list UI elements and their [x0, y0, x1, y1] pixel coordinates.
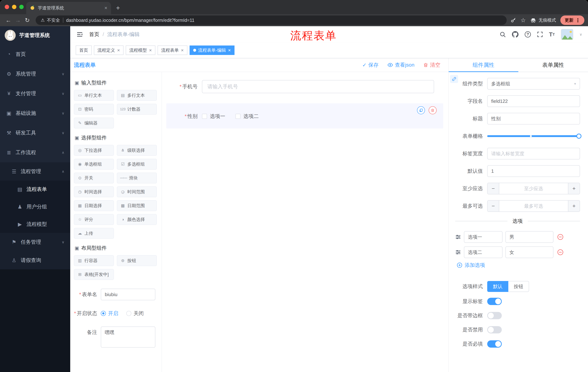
close-icon[interactable]: ×: [117, 48, 120, 53]
palette-item-switch[interactable]: ⊙开关: [74, 172, 114, 183]
close-icon[interactable]: ×: [181, 48, 184, 53]
tab-component-props[interactable]: 组件属性: [449, 58, 518, 72]
save-button[interactable]: ✓ 保存: [362, 62, 378, 68]
form-name-input[interactable]: [101, 289, 155, 300]
style-default-button[interactable]: 默认: [487, 281, 508, 292]
palette-item-password[interactable]: ⊡密码: [74, 104, 114, 115]
palette-item-counter[interactable]: 123计数器: [117, 104, 157, 115]
sidebar-item-payment[interactable]: ¥ 支付管理 ∨: [0, 84, 70, 103]
palette-item-radio-group[interactable]: ◉单选框组: [74, 159, 114, 170]
clear-button[interactable]: 清空: [423, 62, 440, 68]
min-select-input[interactable]: [499, 183, 568, 194]
browser-tab[interactable]: 芋道管理系统 ×: [26, 2, 111, 14]
sidebar-logo[interactable]: 芋道管理系统: [0, 26, 70, 44]
sidebar-item-workflow[interactable]: ≣ 工作流程 ∧: [0, 143, 70, 162]
slider-handle[interactable]: [576, 134, 581, 139]
palette-item-button[interactable]: ⊚按钮: [117, 255, 157, 266]
sidebar-item-system[interactable]: ⚙ 系统管理 ∨: [0, 64, 70, 84]
decrease-button[interactable]: −: [488, 183, 499, 194]
option-value-input[interactable]: [505, 246, 553, 258]
tag-process-definition[interactable]: 流程定义 ×: [94, 45, 124, 55]
phone-field[interactable]: *手机号: [166, 79, 443, 94]
forward-button[interactable]: →: [13, 15, 22, 25]
option-label-input[interactable]: [464, 231, 503, 243]
palette-item-date-range[interactable]: ▩日期范围: [117, 200, 157, 211]
phone-input[interactable]: [202, 80, 434, 93]
palette-item-cascader[interactable]: ⋔级联选择: [117, 145, 157, 156]
sidebar-item-infrastructure[interactable]: ▣ 基础设施 ∨: [0, 103, 70, 123]
palette-item-date-picker[interactable]: ▦日期选择: [74, 200, 114, 211]
status-radio-open[interactable]: 开启: [101, 310, 118, 317]
sidebar-item-home[interactable]: ◔ 首页: [0, 44, 70, 64]
close-icon[interactable]: ×: [149, 48, 152, 53]
drag-handle-icon[interactable]: [455, 234, 461, 240]
minimize-window-button[interactable]: [12, 5, 16, 9]
palette-item-rate[interactable]: ☆评分: [74, 214, 114, 225]
palette-item-editor[interactable]: ✎编辑器: [74, 117, 114, 128]
form-canvas[interactable]: *手机号 *性别: [162, 72, 448, 372]
option-label-input[interactable]: [464, 246, 503, 258]
sidebar-item-process-management[interactable]: ☰ 流程管理 ∧: [0, 162, 70, 181]
palette-item-single-line-text[interactable]: ▭单行文本: [74, 90, 114, 101]
option-two-checkbox[interactable]: 选项二: [235, 113, 259, 120]
view-json-button[interactable]: 查看json: [387, 62, 414, 68]
update-button[interactable]: 更新 ⋮: [560, 15, 584, 25]
style-button-button[interactable]: 按钮: [508, 281, 529, 292]
github-icon[interactable]: [512, 31, 518, 38]
close-window-button[interactable]: [5, 5, 9, 9]
palette-item-table[interactable]: ⊞表格[开发中]: [74, 269, 114, 280]
sidebar-item-task-management[interactable]: ⚑ 任务管理 ∨: [0, 233, 70, 251]
max-select-input[interactable]: [499, 201, 568, 212]
palette-item-upload[interactable]: ☁上传: [74, 228, 114, 239]
palette-item-color-picker[interactable]: ◑颜色选择: [117, 214, 157, 225]
decrease-button[interactable]: −: [488, 201, 499, 212]
show-label-toggle[interactable]: [487, 298, 502, 305]
remark-textarea[interactable]: 嘿嘿: [101, 327, 155, 348]
slider-track[interactable]: [487, 135, 580, 137]
field-name-input[interactable]: [487, 95, 580, 107]
default-value-input[interactable]: [487, 165, 580, 177]
palette-item-row-container[interactable]: ▥行容器: [74, 255, 114, 266]
tab-close-icon[interactable]: ×: [105, 5, 107, 11]
avatar-caret-icon[interactable]: ∨: [579, 32, 582, 37]
gender-field-selected[interactable]: *性别 选项一 选项二: [166, 103, 443, 128]
increase-button[interactable]: +: [568, 183, 580, 194]
sidebar-item-leave-query[interactable]: ♙ 请假查询: [0, 251, 70, 269]
sidebar-toggle[interactable]: [76, 31, 83, 38]
back-button[interactable]: ←: [4, 15, 13, 25]
status-radio-closed[interactable]: 关闭: [126, 310, 144, 317]
palette-item-time-picker[interactable]: ◷时间选择: [74, 186, 114, 197]
palette-item-slider[interactable]: ─◦─滑块: [117, 172, 157, 183]
border-toggle[interactable]: [487, 312, 502, 319]
palette-item-multi-line-text[interactable]: ▤多行文本: [117, 90, 157, 101]
address-bar[interactable]: ⚠ 不安全 dashboard.yudao.iocoder.cn/bpm/man…: [36, 15, 507, 25]
remove-option-button[interactable]: [557, 249, 564, 255]
tag-process-form[interactable]: 流程表单 ×: [158, 45, 187, 55]
tag-process-model[interactable]: 流程模型 ×: [126, 45, 155, 55]
sidebar-item-devtools[interactable]: ⚒ 研发工具 ∨: [0, 123, 70, 143]
sidebar-item-user-group[interactable]: ♟ 用户分组: [0, 198, 70, 215]
fullscreen-icon[interactable]: [537, 32, 543, 37]
component-type-select[interactable]: 多选框组 ▾: [487, 78, 580, 90]
form-grid-slider[interactable]: [487, 130, 580, 142]
link-icon[interactable]: [450, 75, 458, 83]
security-chip[interactable]: ⚠ 不安全: [41, 17, 60, 23]
key-icon[interactable]: [510, 17, 516, 23]
tab-form-props[interactable]: 表单属性: [518, 58, 588, 72]
close-icon[interactable]: ×: [228, 48, 231, 53]
help-icon[interactable]: ?: [525, 31, 531, 37]
sidebar-item-process-form[interactable]: ▤ 流程表单: [0, 181, 70, 198]
title-input[interactable]: [487, 113, 580, 125]
palette-item-time-range[interactable]: ◶时间范围: [117, 186, 157, 197]
delete-component-button[interactable]: [429, 106, 437, 114]
palette-item-select[interactable]: ◎下拉选择: [74, 145, 114, 156]
font-size-icon[interactable]: TT: [549, 31, 555, 38]
zoom-window-button[interactable]: [19, 5, 24, 9]
increase-button[interactable]: +: [568, 201, 580, 212]
breadcrumb-home[interactable]: 首页: [89, 31, 99, 38]
window-controls[interactable]: [5, 5, 24, 9]
option-value-input[interactable]: [505, 231, 553, 243]
copy-component-button[interactable]: [417, 106, 425, 114]
avatar[interactable]: [561, 29, 573, 40]
new-tab-button[interactable]: +: [116, 5, 120, 11]
